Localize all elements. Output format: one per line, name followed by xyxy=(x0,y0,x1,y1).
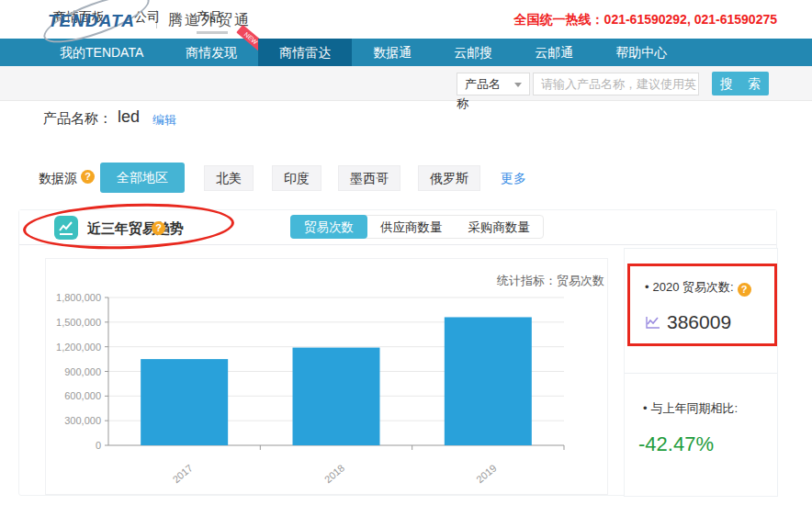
help-icon[interactable]: ? xyxy=(81,170,95,184)
region-button-india[interactable]: 印度 xyxy=(272,165,321,191)
datasource-label: 数据源 xyxy=(39,171,77,187)
search-button[interactable]: 搜 索 xyxy=(712,72,769,95)
region-button-russia[interactable]: 俄罗斯 xyxy=(418,165,480,191)
trend-section: 近三年贸易趋势 ? 贸易次数 供应商数量 采购商数量 0300,000600,0… xyxy=(18,209,777,496)
trend-title: 近三年贸易趋势 xyxy=(87,220,184,238)
tab-supplier-count[interactable]: 供应商数量 xyxy=(367,216,456,238)
trend-tab-group: 贸易次数 供应商数量 采购商数量 xyxy=(290,215,544,239)
year-stat-label-line: •2020 贸易次数:? xyxy=(645,279,751,297)
mini-chart-icon xyxy=(645,315,661,330)
nav-item-discovery-label: 商情发现 xyxy=(186,45,237,60)
svg-text:1,800,000: 1,800,000 xyxy=(56,292,101,303)
compare-label: 与上年同期相比: xyxy=(651,401,739,415)
nav-item-datatong[interactable]: 数据通 xyxy=(352,39,433,66)
svg-text:2019: 2019 xyxy=(474,462,498,485)
help-icon[interactable]: ? xyxy=(738,283,751,297)
search-input[interactable]: 请输入产品名称，建议使用英 xyxy=(533,73,699,95)
search-category-value: 产品名 xyxy=(465,77,501,91)
hotline-text: 全国统一热线：021-61590292, 021-61590275 xyxy=(514,12,777,28)
year-stat-block: •2020 贸易次数:? 386009 xyxy=(625,249,777,374)
search-category-select[interactable]: 产品名 xyxy=(457,73,530,95)
product-name-label: 产品名称： xyxy=(43,110,112,128)
trend-chart-svg: 0300,000600,000900,0001,200,0001,500,000… xyxy=(46,259,609,496)
help-icon[interactable]: ? xyxy=(152,221,165,235)
product-name-value: led xyxy=(118,107,140,127)
region-button-all[interactable]: 全部地区 xyxy=(100,163,185,193)
top-header: TENDATA 腾道外贸通 全国统一热线：021-61590292, 021-6… xyxy=(0,0,812,39)
trend-bar-chart: 0300,000600,000900,0001,200,0001,500,000… xyxy=(45,258,608,495)
more-regions-link[interactable]: 更多 xyxy=(501,171,526,187)
search-placeholder-overflow: 称 xyxy=(457,95,468,112)
year-stat-value: 386009 xyxy=(667,311,731,333)
tab-buyer-count[interactable]: 采购商数量 xyxy=(456,216,544,238)
svg-text:2018: 2018 xyxy=(322,462,346,485)
svg-text:1,200,000: 1,200,000 xyxy=(56,342,101,353)
tab-trade-count[interactable]: 贸易次数 xyxy=(290,215,367,239)
region-button-north-america[interactable]: 北美 xyxy=(204,165,254,191)
bullet-icon: • xyxy=(645,280,649,294)
svg-text:1,500,000: 1,500,000 xyxy=(56,317,101,328)
bullet-icon: • xyxy=(643,401,648,415)
trend-chart-icon xyxy=(54,216,78,240)
nav-item-mailsearch[interactable]: 云邮搜 xyxy=(433,39,513,66)
svg-text:900,000: 900,000 xyxy=(64,366,101,377)
compare-value: -42.47% xyxy=(638,432,714,456)
subnav-active-underline xyxy=(197,31,228,34)
nav-item-mailtong[interactable]: 云邮通 xyxy=(513,39,594,66)
nav-item-discovery[interactable]: 商情发现 NEW xyxy=(164,39,258,66)
side-stats-panel: •2020 贸易次数:? 386009 •与上年同期相比: -42.47% xyxy=(624,248,778,497)
region-button-mexico[interactable]: 墨西哥 xyxy=(338,165,400,191)
nav-item-radar[interactable]: 商情雷达 xyxy=(258,39,352,66)
edit-link[interactable]: 编辑 xyxy=(152,112,176,129)
svg-text:300,000: 300,000 xyxy=(64,415,101,426)
compare-label-line: •与上年同期相比: xyxy=(643,400,738,417)
svg-text:统计指标：贸易次数: 统计指标：贸易次数 xyxy=(496,274,604,287)
nav-item-help-center[interactable]: 帮助中心 xyxy=(594,39,688,66)
main-nav: 我的TENDATA 商情发现 NEW 商情雷达 数据通 云邮搜 云邮通 帮助中心 xyxy=(0,39,812,66)
year-stat-value-row: 386009 xyxy=(645,311,731,333)
trend-section-header: 近三年贸易趋势 ? 贸易次数 供应商数量 采购商数量 xyxy=(19,210,776,245)
svg-text:2017: 2017 xyxy=(170,462,194,485)
svg-text:0: 0 xyxy=(96,440,101,451)
page: TENDATA 腾道外贸通 全国统一热线：021-61590292, 021-6… xyxy=(0,0,812,505)
subnav-item-product[interactable]: 产品 xyxy=(197,9,222,26)
year-stat-label: 2020 贸易次数: xyxy=(653,280,734,294)
logo-text: TENDATA xyxy=(48,11,135,31)
svg-text:600,000: 600,000 xyxy=(64,390,101,401)
chevron-down-icon xyxy=(514,83,522,87)
